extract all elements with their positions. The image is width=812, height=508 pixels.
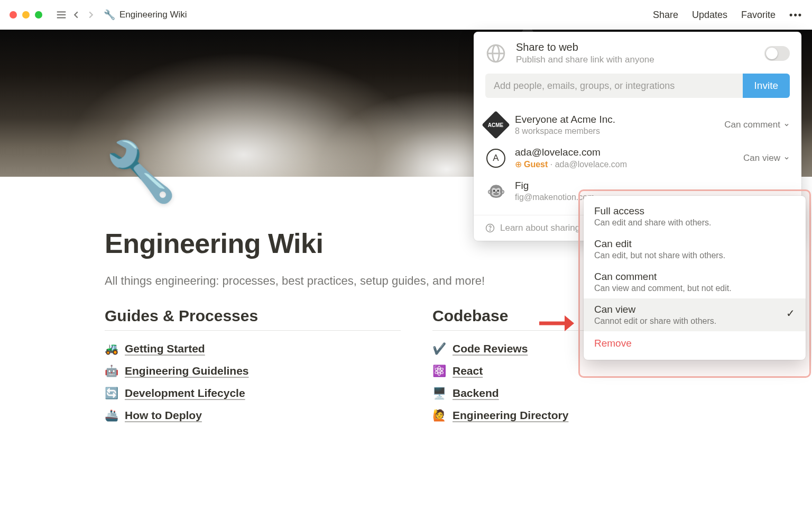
permission-menu: Full access Can edit and share with othe… [584, 196, 806, 360]
column-heading[interactable]: Guides & Processes [105, 307, 401, 325]
share-item-sub: 8 workspace members [515, 126, 716, 136]
page-link[interactable]: Backend [453, 387, 499, 400]
breadcrumb-title: Engineering Wiki [119, 10, 187, 20]
guest-globe-icon: ⊕ [515, 160, 522, 169]
page-link[interactable]: Engineering Directory [453, 409, 568, 422]
list-item[interactable]: 🤖Engineering Guidelines [105, 365, 401, 377]
topbar-actions: Share Updates Favorite ••• [653, 10, 802, 21]
permission-dropdown[interactable]: Can comment [724, 120, 790, 130]
breadcrumb[interactable]: 🔧 Engineering Wiki [104, 9, 187, 21]
list-item[interactable]: 🔄Development Lifecycle [105, 387, 401, 400]
emoji-icon: 🚜 [105, 342, 118, 355]
chevron-down-icon [783, 155, 790, 161]
column-guides: Guides & Processes 🚜Getting Started 🤖Eng… [105, 307, 401, 431]
svg-marker-9 [565, 315, 574, 331]
annotation-arrow-icon [538, 312, 574, 337]
close-window-button[interactable] [10, 11, 17, 19]
emoji-icon: 🚢 [105, 409, 118, 422]
share-item-name: Fig [515, 180, 790, 192]
wrench-icon: 🔧 [104, 9, 115, 21]
share-item-name: ada@lovelace.com [515, 147, 735, 158]
more-icon[interactable]: ••• [789, 10, 802, 21]
favorite-button[interactable]: Favorite [741, 10, 776, 21]
permission-option-can-edit[interactable]: Can edit Can edit, but not share with ot… [584, 233, 806, 266]
chevron-down-icon [783, 122, 790, 128]
list-item[interactable]: 🖥️Backend [432, 387, 728, 400]
emoji-icon: ✔️ [432, 342, 446, 355]
emoji-icon: ⚛️ [432, 365, 446, 377]
page-link[interactable]: React [453, 365, 483, 377]
invite-row: Invite [474, 74, 801, 98]
share-to-web-subtitle: Publish and share link with anyone [516, 55, 755, 65]
permission-option-full-access[interactable]: Full access Can edit and share with othe… [584, 200, 806, 233]
check-icon: ✓ [786, 307, 795, 320]
share-item-name: Everyone at Acme Inc. [515, 114, 716, 125]
emoji-icon: 🖥️ [432, 387, 446, 400]
invite-input[interactable] [485, 74, 743, 98]
permission-dropdown[interactable]: Can view [743, 153, 790, 164]
share-item-sub: ⊕Guest · ada@lovelace.com [515, 159, 735, 169]
workspace-badge-icon: ACME [485, 114, 506, 135]
forward-icon[interactable] [84, 7, 98, 22]
page-link[interactable]: Development Lifecycle [125, 387, 245, 400]
divider [105, 330, 401, 331]
topbar: 🔧 Engineering Wiki Share Updates Favorit… [0, 0, 812, 30]
invite-button[interactable]: Invite [743, 74, 790, 98]
integration-icon: 🐵 [485, 180, 506, 202]
updates-button[interactable]: Updates [692, 10, 727, 21]
page-link[interactable]: Code Reviews [453, 342, 528, 355]
permission-option-can-view[interactable]: Can view Cannot edit or share with other… [584, 298, 806, 331]
share-item-workspace: ACME Everyone at Acme Inc. 8 workspace m… [485, 108, 790, 141]
page-link[interactable]: How to Deploy [125, 409, 202, 422]
help-icon [485, 223, 495, 233]
page-link[interactable]: Engineering Guidelines [125, 365, 249, 377]
share-button[interactable]: Share [653, 10, 678, 21]
avatar: A [485, 148, 506, 169]
share-to-web-row: Share to web Publish and share link with… [474, 32, 801, 74]
emoji-icon: 🔄 [105, 387, 118, 400]
share-to-web-title: Share to web [516, 41, 755, 53]
window-traffic-lights [10, 11, 42, 19]
permission-option-remove[interactable]: Remove [584, 331, 806, 356]
hamburger-menu-icon[interactable] [54, 7, 69, 22]
svg-point-7 [490, 230, 490, 230]
list-item[interactable]: 🙋Engineering Directory [432, 409, 728, 422]
emoji-icon: 🤖 [105, 365, 118, 377]
emoji-icon: 🙋 [432, 409, 446, 422]
page-link[interactable]: Getting Started [125, 342, 205, 355]
list-item[interactable]: 🚢How to Deploy [105, 409, 401, 422]
permission-option-can-comment[interactable]: Can comment Can view and comment, but no… [584, 266, 806, 298]
globe-icon [485, 43, 506, 64]
minimize-window-button[interactable] [22, 11, 30, 19]
share-to-web-toggle[interactable] [764, 46, 790, 61]
page-icon[interactable]: 🔧 [105, 138, 177, 206]
list-item[interactable]: ⚛️React [432, 365, 728, 377]
back-icon[interactable] [69, 7, 84, 22]
list-item[interactable]: 🚜Getting Started [105, 342, 401, 355]
fullscreen-window-button[interactable] [35, 11, 42, 19]
share-item-guest: A ada@lovelace.com ⊕Guest · ada@lovelace… [485, 141, 790, 175]
